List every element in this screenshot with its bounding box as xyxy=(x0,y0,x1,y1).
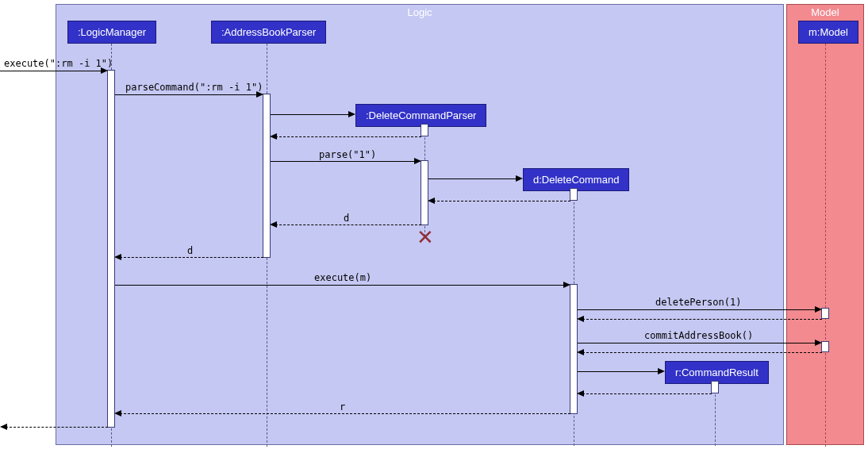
activation-logic-manager xyxy=(107,70,115,428)
arrow-m5 xyxy=(120,257,263,258)
activation-cr xyxy=(711,381,719,393)
arrowhead-create-dcp xyxy=(348,111,355,117)
destroy-icon: ✕ xyxy=(417,227,434,248)
msg-r: r xyxy=(340,401,345,413)
msg-commit: commitAddressBook() xyxy=(644,330,753,341)
arrow-m8 xyxy=(578,343,816,343)
msg-parse: parse("1") xyxy=(319,149,376,160)
arrow-final xyxy=(6,427,108,428)
arrowhead-m3 xyxy=(414,158,421,164)
msg-d2: d xyxy=(187,245,193,256)
msg-deleteperson: deletePerson(1) xyxy=(655,297,741,308)
participant-address-book-parser: :AddressBookParser xyxy=(211,21,326,44)
arrowhead-m9 xyxy=(114,410,121,416)
arrowhead-ret-dc xyxy=(428,198,435,204)
arrowhead-create-cr xyxy=(658,368,665,374)
arrow-m1 xyxy=(0,71,102,71)
arrowhead-ret-dcp xyxy=(270,133,277,140)
arrow-m9 xyxy=(120,413,570,414)
arrow-create-cr xyxy=(578,371,659,372)
activation-dcp-2 xyxy=(421,160,428,225)
frame-model-label: Model xyxy=(806,5,843,20)
arrowhead-m4 xyxy=(270,221,277,228)
arrowhead-ret-cr xyxy=(577,390,584,397)
activation-model-1 xyxy=(821,308,829,319)
activation-abp xyxy=(263,94,271,258)
arrowhead-create-dc xyxy=(516,175,523,182)
arrowhead-m8 xyxy=(815,340,822,346)
arrow-m4 xyxy=(275,224,421,225)
msg-execute: execute(":rm -i 1") xyxy=(4,58,113,69)
arrowhead-m7-ret xyxy=(577,316,584,322)
arrow-create-dc xyxy=(428,178,517,179)
arrowhead-m8-ret xyxy=(577,349,584,355)
arrowhead-m1 xyxy=(101,67,108,74)
participant-logic-manager: :LogicManager xyxy=(67,21,156,44)
activation-model-2 xyxy=(821,341,829,352)
arrowhead-m5 xyxy=(114,254,121,260)
activation-dc-1 xyxy=(570,188,578,201)
arrow-m7 xyxy=(578,309,816,310)
arrow-ret-dc xyxy=(433,201,570,201)
msg-parsecommand: parseCommand(":rm -i 1") xyxy=(125,82,263,93)
arrow-ret-dcp xyxy=(275,136,421,137)
lifeline-model xyxy=(825,44,826,447)
arrowhead-m7 xyxy=(815,306,822,313)
arrow-m3 xyxy=(271,161,416,162)
frame-logic-label: Logic xyxy=(402,5,436,20)
arrowhead-m2 xyxy=(256,91,263,98)
arrow-ret-cr xyxy=(582,393,712,394)
msg-d1: d xyxy=(344,213,349,224)
activation-dcp-1 xyxy=(421,124,428,136)
arrowhead-m6 xyxy=(563,282,570,288)
arrow-create-dcp xyxy=(271,114,350,115)
arrowhead-final xyxy=(0,424,7,430)
arrow-m2 xyxy=(115,94,258,95)
msg-executem: execute(m) xyxy=(314,272,371,283)
participant-model: m:Model xyxy=(798,21,858,44)
arrow-m6 xyxy=(115,285,565,286)
arrow-m8-ret xyxy=(582,352,822,353)
arrow-m7-ret xyxy=(582,319,822,320)
